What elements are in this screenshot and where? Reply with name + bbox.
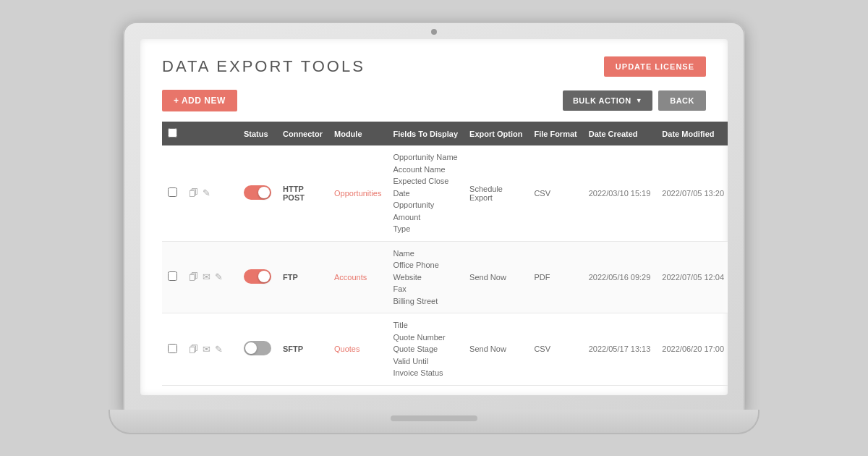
toggle-switch[interactable] (244, 341, 271, 355)
file-format-cell: CSV (528, 313, 582, 386)
toggle-switch[interactable] (244, 185, 271, 200)
header-fields: Fields To Display (387, 122, 464, 145)
module-cell: Opportunities (328, 145, 387, 241)
fields-cell: TitleQuote NumberQuote StageValid UntilI… (387, 313, 464, 386)
action-icons-cell: 🗍✎ (183, 145, 238, 241)
header-row: DATA EXPORT TOOLS UPDATE LICENSE (162, 56, 706, 77)
date-modified-value: 2022/07/05 13:20 (662, 189, 724, 198)
action-icons-cell: 🗍✉✎ (183, 313, 238, 386)
date-created-cell: 2022/05/17 13:13 (583, 313, 657, 386)
date-modified-value: 2022/06/20 17:00 (662, 345, 724, 353)
date-created-value: 2022/05/17 13:13 (589, 345, 651, 353)
toolbar-right: BULK ACTION ▼ BACK (563, 90, 706, 111)
connector-cell: HTTP POST (277, 145, 328, 241)
laptop-body: DATA EXPORT TOOLS UPDATE LICENSE + ADD N… (123, 22, 745, 413)
action-icons-cell: 🗍✉✎ (183, 241, 238, 313)
select-all-checkbox[interactable] (168, 128, 177, 138)
copy-icon[interactable]: 🗍 (189, 344, 198, 355)
date-modified-cell: 2022/06/20 17:00 (656, 313, 728, 386)
page-title: DATA EXPORT TOOLS (162, 57, 365, 76)
file-format-value: CSV (534, 189, 550, 198)
toggle-cell[interactable] (238, 241, 277, 313)
toggle-cell[interactable] (238, 145, 277, 241)
file-format-cell: PDF (528, 241, 582, 313)
toggle-thumb (258, 187, 270, 198)
header-file-format: File Format (528, 122, 582, 145)
module-value: Accounts (334, 273, 367, 282)
copy-icon[interactable]: 🗍 (189, 187, 198, 198)
toolbar-row: + ADD NEW BULK ACTION ▼ BACK (162, 90, 706, 111)
table-header: Status Connector Module Fields To Displa… (162, 122, 728, 145)
header-module: Module (328, 122, 387, 145)
copy-icon[interactable]: 🗍 (189, 271, 198, 282)
date-modified-cell: 2022/07/05 13:20 (656, 145, 728, 241)
edit-icon[interactable]: ✎ (215, 271, 223, 282)
row-checkbox-0[interactable] (168, 187, 177, 197)
laptop-container: DATA EXPORT TOOLS UPDATE LICENSE + ADD N… (123, 22, 745, 434)
date-created-cell: 2022/03/10 15:19 (583, 145, 657, 241)
export-option-value: Send Now (469, 345, 506, 353)
export-option-cell: Schedule Export (464, 145, 528, 241)
row-checkbox-1[interactable] (168, 271, 177, 281)
header-export-option: Export Option (464, 122, 528, 145)
export-option-value: Send Now (469, 273, 506, 282)
date-created-value: 2022/05/16 09:29 (589, 273, 651, 282)
email-icon[interactable]: ✉ (203, 271, 210, 282)
fields-list: Opportunity NameAccount NameExpected Clo… (393, 151, 458, 235)
export-option-cell: Send Now (464, 313, 528, 386)
add-new-button[interactable]: + ADD NEW (162, 90, 237, 111)
module-cell: Accounts (328, 241, 387, 313)
connector-cell: SFTP (277, 313, 328, 386)
date-modified-value: 2022/07/05 12:04 (662, 273, 724, 282)
email-icon[interactable]: ✉ (203, 344, 210, 355)
row-checkbox-2[interactable] (168, 344, 177, 353)
table-body: 🗍✎ HTTP POSTOpportunitiesOpportunity Nam… (162, 145, 728, 385)
export-option-cell: Send Now (464, 241, 528, 313)
laptop-camera (431, 29, 437, 35)
module-value: Opportunities (334, 189, 381, 198)
toggle-cell[interactable] (238, 313, 277, 386)
connector-value: HTTP POST (283, 185, 305, 202)
table-row: 🗍✉✎ SFTPQuotesTitleQuote NumberQuote Sta… (162, 313, 728, 386)
module-cell: Quotes (328, 313, 387, 386)
table-row: 🗍✉✎ FTPAccountsNameOffice PhoneWebsiteFa… (162, 241, 728, 313)
chevron-down-icon: ▼ (636, 97, 642, 104)
toggle-thumb (258, 271, 270, 282)
date-modified-cell: 2022/07/05 12:04 (656, 241, 728, 313)
toggle-track[interactable] (244, 341, 271, 355)
connector-value: SFTP (283, 345, 303, 353)
header-date-modified: Date Modified (656, 122, 728, 145)
table-header-row: Status Connector Module Fields To Displa… (162, 122, 728, 145)
header-connector: Connector (277, 122, 328, 145)
laptop-base (109, 410, 760, 434)
file-format-value: PDF (534, 273, 550, 282)
back-button[interactable]: BACK (658, 90, 706, 111)
header-status: Status (238, 122, 277, 145)
fields-cell: Opportunity NameAccount NameExpected Clo… (387, 145, 464, 241)
data-table: Status Connector Module Fields To Displa… (162, 122, 728, 386)
toggle-thumb (245, 342, 257, 354)
export-option-value: Schedule Export (469, 185, 503, 202)
file-format-cell: CSV (528, 145, 582, 241)
table-row: 🗍✎ HTTP POSTOpportunitiesOpportunity Nam… (162, 145, 728, 241)
laptop-screen: DATA EXPORT TOOLS UPDATE LICENSE + ADD N… (140, 39, 728, 395)
toggle-switch[interactable] (244, 269, 271, 284)
fields-list: TitleQuote NumberQuote StageValid UntilI… (393, 319, 458, 379)
date-created-cell: 2022/05/16 09:29 (583, 241, 657, 313)
fields-list: NameOffice PhoneWebsiteFaxBilling Street (393, 248, 458, 308)
edit-icon[interactable]: ✎ (203, 187, 210, 198)
connector-value: FTP (283, 273, 298, 282)
edit-icon[interactable]: ✎ (215, 344, 223, 355)
header-checkbox-cell (162, 122, 183, 145)
toggle-track[interactable] (244, 185, 271, 200)
screen-content: DATA EXPORT TOOLS UPDATE LICENSE + ADD N… (140, 39, 728, 395)
bulk-action-button[interactable]: BULK ACTION ▼ (563, 90, 652, 111)
date-created-value: 2022/03/10 15:19 (589, 189, 651, 198)
fields-cell: NameOffice PhoneWebsiteFaxBilling Street (387, 241, 464, 313)
toggle-track[interactable] (244, 269, 271, 284)
update-license-button[interactable]: UPDATE LICENSE (604, 56, 706, 77)
connector-cell: FTP (277, 241, 328, 313)
module-value: Quotes (334, 345, 359, 353)
header-actions (183, 122, 238, 145)
header-date-created: Date Created (583, 122, 657, 145)
